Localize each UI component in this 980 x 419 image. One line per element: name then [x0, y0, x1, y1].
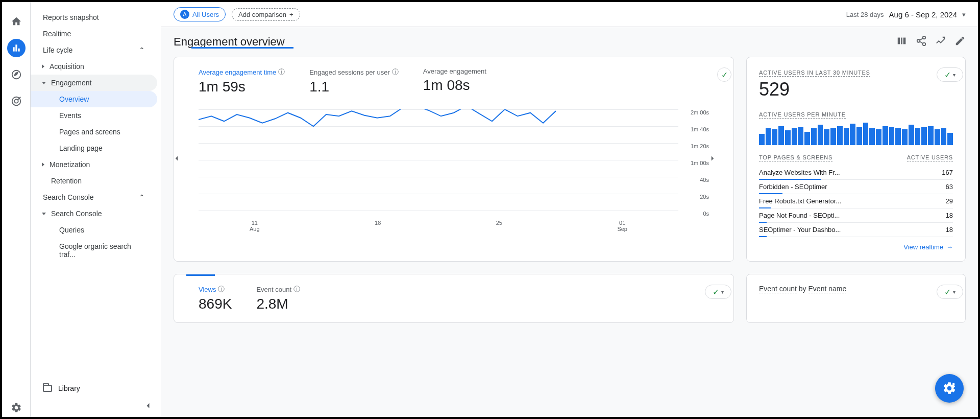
tab-indicator [186, 274, 215, 276]
table-row[interactable]: Analyze Websites With Fr...167 [759, 166, 953, 180]
sidebar-item-realtime[interactable]: Realtime [31, 26, 157, 42]
sidebar-item-search-console-sub[interactable]: Search Console [31, 205, 157, 222]
collapse-sidebar-button[interactable] [143, 401, 153, 413]
metric-label: Views [199, 286, 216, 293]
sidebar-item-overview[interactable]: Overview [31, 91, 157, 107]
advertising-icon[interactable] [7, 92, 26, 110]
insights-icon[interactable] [935, 35, 946, 49]
metric-tab-views[interactable]: Viewsⓘ 869K [199, 285, 232, 312]
explore-icon[interactable] [7, 65, 26, 84]
user-count: 29 [946, 197, 953, 205]
sidebar-item-queries[interactable]: Queries [31, 222, 157, 238]
compare-icon[interactable] [896, 35, 908, 49]
reports-icon[interactable] [7, 39, 26, 57]
chip-label: All Users [192, 11, 219, 18]
sidebar-item-monetization[interactable]: Monetization [31, 156, 157, 173]
plus-icon: + [289, 11, 293, 18]
share-icon[interactable] [916, 35, 927, 49]
col-pages: TOP PAGES & SCREENS [759, 154, 832, 161]
engagement-card: ✓ Average engagement timeⓘ 1m 59s Engage… [174, 57, 734, 262]
sidebar-section-label: Life cycle [43, 46, 72, 54]
chip-label: Add comparison [238, 11, 286, 18]
prev-metric-button[interactable] [172, 154, 181, 165]
quality-badge-dropdown[interactable]: ✓▾ [937, 67, 963, 82]
help-icon[interactable]: ⓘ [293, 285, 300, 294]
svg-point-10 [917, 39, 920, 42]
table-row[interactable]: Free Robots.txt Generator...29 [759, 194, 953, 208]
date-range-picker[interactable]: Last 28 days Aug 6 - Sep 2, 2024 ▾ [846, 10, 966, 19]
realtime-value: 529 [759, 79, 953, 100]
svg-point-11 [923, 43, 926, 46]
sidebar-item-landing-page[interactable]: Landing page [31, 140, 157, 156]
svg-rect-1 [15, 44, 17, 51]
event-name-card: ✓▾ Event count by Event name [746, 274, 966, 323]
chip-all-users[interactable]: A All Users [174, 7, 226, 21]
event-count-text: Event count [759, 285, 797, 293]
table-row[interactable]: SEOptimer - Your Dashbo...18 [759, 223, 953, 237]
edit-icon[interactable] [954, 35, 966, 49]
user-count: 63 [946, 183, 953, 191]
help-icon[interactable]: ⓘ [218, 285, 225, 294]
engagement-chart: 2m 00s1m 40s1m 20s1m 00s40s20s0s 11Aug18… [199, 109, 709, 232]
period-label: Last 28 days [846, 11, 884, 18]
help-icon[interactable]: ⓘ [392, 67, 399, 77]
table-row[interactable]: Page Not Found - SEOpti...18 [759, 208, 953, 223]
metric-value: 869K [199, 296, 232, 312]
svg-rect-2 [18, 49, 19, 52]
col-users: ACTIVE USERS [907, 154, 953, 161]
help-icon[interactable]: ⓘ [278, 67, 285, 77]
sidebar-item-reports-snapshot[interactable]: Reports snapshot [31, 9, 157, 26]
sidebar-item-organic-traffic[interactable]: Google organic search traf... [31, 238, 157, 263]
home-icon[interactable] [7, 12, 26, 31]
comparison-bar: A All Users Add comparison + Last 28 day… [161, 2, 978, 27]
date-range-value: Aug 6 - Sep 2, 2024 [889, 10, 957, 19]
next-metric-button[interactable] [708, 154, 717, 165]
svg-point-12 [952, 383, 955, 386]
view-realtime-link[interactable]: View realtime → [759, 243, 953, 251]
sidebar-item-library[interactable]: Library [31, 380, 161, 397]
svg-rect-7 [901, 38, 902, 44]
chevron-up-icon: ⌃ [139, 193, 145, 201]
views-card: ✓▾ Viewsⓘ 869K Event countⓘ 2.8M [174, 274, 734, 323]
realtime-title: ACTIVE USERS IN LAST 30 MINUTES [759, 69, 870, 77]
y-axis-labels: 2m 00s1m 40s1m 20s1m 00s40s20s0s [691, 109, 709, 227]
metric-label: Engaged sessions per user [309, 68, 390, 76]
sidebar: Reports snapshot Realtime Life cycle ⌃ A… [31, 2, 161, 417]
sidebar-item-events[interactable]: Events [31, 107, 157, 124]
quality-badge-dropdown[interactable]: ✓▾ [937, 285, 963, 299]
chip-badge: A [180, 10, 189, 19]
user-count: 18 [946, 212, 953, 219]
sidebar-section-search-console[interactable]: Search Console ⌃ [31, 189, 157, 205]
chevron-down-icon: ▾ [953, 289, 955, 295]
metric-tabs: Average engagement timeⓘ 1m 59s Engaged … [199, 67, 709, 95]
minute-bars [759, 123, 953, 145]
page-name: Analyze Websites With Fr... [759, 169, 840, 176]
realtime-subtitle: ACTIVE USERS PER MINUTE [759, 111, 846, 119]
metric-tab-engaged-sessions[interactable]: Engaged sessions per userⓘ 1.1 [309, 67, 399, 95]
settings-icon[interactable] [7, 399, 26, 417]
page-name: SEOptimer - Your Dashbo... [759, 226, 841, 234]
x-axis-labels: 11Aug182501Sep [199, 220, 678, 232]
event-card-title: Event count by Event name [759, 285, 953, 293]
sidebar-section-life-cycle[interactable]: Life cycle ⌃ [31, 42, 157, 58]
svg-rect-0 [13, 47, 14, 51]
page-name: Page Not Found - SEOpti... [759, 212, 840, 219]
metric-value: 2.8M [256, 296, 300, 312]
sidebar-item-retention[interactable]: Retention [31, 173, 157, 189]
quality-badge[interactable]: ✓ [717, 67, 731, 82]
chip-add-comparison[interactable]: Add comparison + [232, 8, 300, 21]
svg-point-9 [923, 36, 926, 39]
metric-label: Event count [256, 286, 291, 293]
table-row[interactable]: Forbidden - SEOptimer63 [759, 180, 953, 194]
sidebar-item-acquisition[interactable]: Acquisition [31, 58, 157, 75]
assistant-fab[interactable] [935, 374, 964, 403]
metric-tab-event-count[interactable]: Event countⓘ 2.8M [256, 285, 300, 312]
sidebar-item-engagement[interactable]: Engagement [31, 75, 157, 91]
sidebar-item-pages-screens[interactable]: Pages and screens [31, 124, 157, 140]
realtime-table-header: TOP PAGES & SCREENS ACTIVE USERS [759, 154, 953, 161]
metric-value: 1m 08s [423, 77, 486, 94]
metric-tab-avg-engagement[interactable]: Average engagement timeⓘ 1m 59s [199, 67, 285, 95]
tab-indicator [191, 47, 293, 49]
sidebar-section-label: Search Console [43, 193, 94, 201]
metric-tab-avg-engagement2[interactable]: Average engagement 1m 08s [423, 67, 486, 94]
